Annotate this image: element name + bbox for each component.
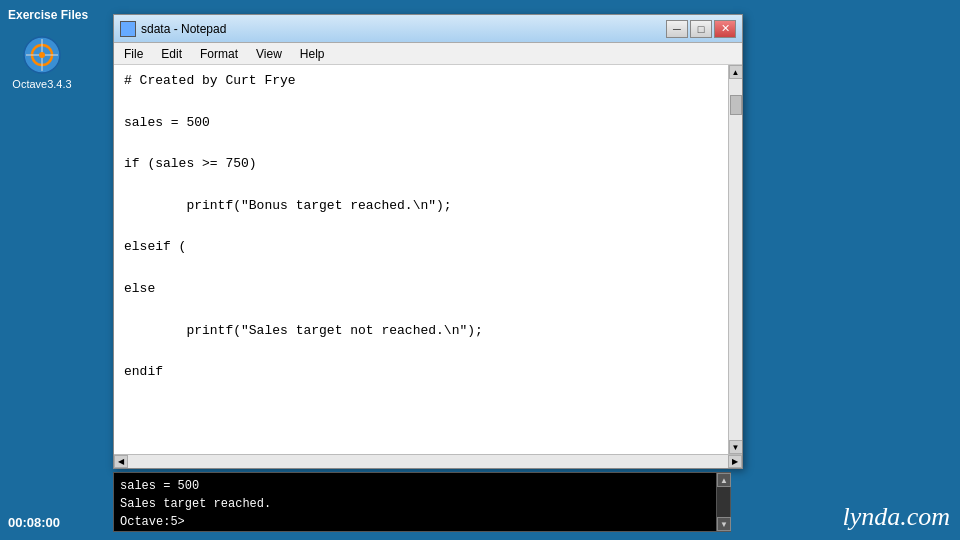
- vertical-scrollbar[interactable]: ▲ ▼: [728, 65, 742, 454]
- scroll-left-arrow[interactable]: ◀: [114, 455, 128, 468]
- desktop-label: Exercise Files: [8, 8, 88, 22]
- minimize-button[interactable]: ─: [666, 20, 688, 38]
- terminal-scrollbar[interactable]: ▲ ▼: [716, 473, 730, 531]
- notepad-window: sdata - Notepad ─ □ ✕ File Edit Format V…: [113, 14, 743, 469]
- title-bar: sdata - Notepad ─ □ ✕: [114, 15, 742, 43]
- terminal-panel: sales = 500 Sales target reached. Octave…: [113, 472, 731, 532]
- octave-icon-container[interactable]: Octave3.4.3: [12, 35, 72, 90]
- editor-area: # Created by Curt Frye sales = 500 if (s…: [114, 65, 742, 454]
- terminal-content: sales = 500 Sales target reached. Octave…: [114, 473, 730, 535]
- terminal-scroll-down[interactable]: ▼: [717, 517, 731, 531]
- horizontal-scrollbar[interactable]: ◀ ▶: [114, 454, 742, 468]
- window-title: sdata - Notepad: [141, 22, 666, 36]
- menu-format[interactable]: Format: [196, 45, 242, 63]
- scroll-right-arrow[interactable]: ▶: [728, 455, 742, 468]
- octave-app-icon: [22, 35, 62, 75]
- timestamp: 00:08:00: [8, 515, 60, 530]
- notepad-app-icon: [120, 21, 136, 37]
- close-button[interactable]: ✕: [714, 20, 736, 38]
- menu-help[interactable]: Help: [296, 45, 329, 63]
- scroll-down-arrow[interactable]: ▼: [729, 440, 743, 454]
- terminal-scroll-up[interactable]: ▲: [717, 473, 731, 487]
- scroll-thumb[interactable]: [730, 95, 742, 115]
- terminal-line-1: sales = 500: [120, 477, 724, 495]
- lynda-logo: lynda.com: [842, 502, 950, 532]
- terminal-line-2: Sales target reached.: [120, 495, 724, 513]
- editor-content[interactable]: # Created by Curt Frye sales = 500 if (s…: [114, 65, 728, 454]
- maximize-button[interactable]: □: [690, 20, 712, 38]
- menu-file[interactable]: File: [120, 45, 147, 63]
- menu-bar: File Edit Format View Help: [114, 43, 742, 65]
- hscroll-track[interactable]: [128, 455, 728, 468]
- menu-edit[interactable]: Edit: [157, 45, 186, 63]
- menu-view[interactable]: View: [252, 45, 286, 63]
- svg-point-4: [39, 52, 45, 58]
- terminal-line-3: Octave:5>: [120, 513, 724, 531]
- desktop: Exercise Files Octave3.4.3 sdata - Notep…: [0, 0, 960, 540]
- window-controls: ─ □ ✕: [666, 20, 736, 38]
- octave-icon-label: Octave3.4.3: [12, 78, 71, 90]
- scroll-up-arrow[interactable]: ▲: [729, 65, 743, 79]
